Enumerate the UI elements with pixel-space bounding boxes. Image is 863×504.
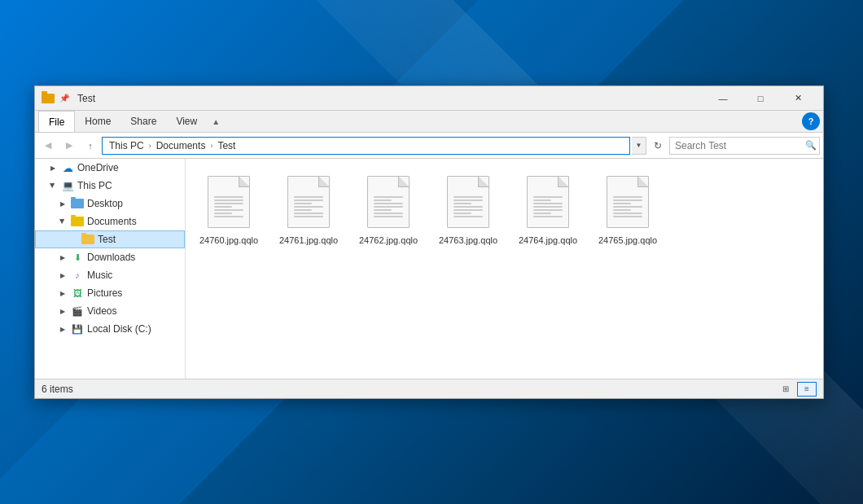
documents-folder-icon bbox=[71, 215, 84, 228]
music-icon: ♪ bbox=[71, 269, 84, 282]
doc-line bbox=[374, 203, 403, 204]
doc-line bbox=[453, 213, 471, 214]
pin-icon: 📌 bbox=[58, 92, 71, 105]
expand-arrow-onedrive: ▶ bbox=[48, 163, 58, 173]
sidebar-item-thispc[interactable]: ▶ 💻 This PC bbox=[35, 177, 185, 195]
doc-line bbox=[533, 203, 563, 204]
doc-line bbox=[374, 206, 403, 208]
doc-line bbox=[294, 199, 323, 201]
thispc-icon: 💻 bbox=[61, 179, 74, 192]
path-arrow-1: › bbox=[149, 142, 151, 150]
doc-line bbox=[613, 196, 642, 198]
ribbon-collapse-button[interactable]: ▲ bbox=[207, 112, 225, 130]
search-input[interactable] bbox=[670, 140, 802, 151]
sidebar-item-pictures[interactable]: ▶ 🖼 Pictures bbox=[35, 284, 185, 302]
sidebar-item-downloads[interactable]: ▶ ⬇ Downloads bbox=[35, 248, 185, 266]
sidebar-label-videos: Videos bbox=[87, 305, 116, 317]
back-button[interactable]: ◀ bbox=[38, 136, 58, 156]
doc-icon-2 bbox=[367, 176, 410, 228]
file-icon-1 bbox=[284, 173, 333, 231]
doc-line bbox=[453, 216, 483, 217]
doc-line bbox=[294, 216, 323, 217]
address-bar: ◀ ▶ ↑ This PC › Documents › Test ▼ ↻ 🔍 bbox=[35, 133, 823, 159]
file-icon-4 bbox=[523, 173, 572, 231]
view-buttons: ⊞ ≡ bbox=[776, 382, 817, 397]
file-item-4[interactable]: 24764.jpg.qqlo bbox=[511, 167, 585, 252]
file-name-1: 24761.jpg.qqlo bbox=[279, 234, 338, 246]
file-area: 24760.jpg.qqlo bbox=[186, 159, 823, 379]
sidebar-item-documents[interactable]: ▶ Documents bbox=[35, 213, 185, 230]
doc-lines-4 bbox=[533, 196, 563, 217]
file-item-3[interactable]: 24763.jpg.qqlo bbox=[432, 167, 505, 252]
sidebar-item-desktop[interactable]: ▶ Desktop bbox=[35, 195, 185, 213]
doc-line bbox=[214, 213, 232, 214]
file-name-5: 24765.jpg.qqlo bbox=[598, 234, 657, 246]
expand-arrow-localdisk: ▶ bbox=[58, 324, 68, 334]
file-item-0[interactable]: 24760.jpg.qqlo bbox=[192, 167, 265, 252]
doc-line bbox=[374, 209, 392, 211]
file-item-5[interactable]: 24765.jpg.qqlo bbox=[591, 167, 664, 252]
doc-icon-4 bbox=[527, 176, 569, 228]
address-path[interactable]: This PC › Documents › Test bbox=[102, 137, 630, 155]
path-test-label: Test bbox=[217, 140, 235, 151]
doc-line bbox=[613, 216, 642, 217]
list-view-button[interactable]: ≡ bbox=[797, 382, 817, 397]
window-title: Test bbox=[77, 93, 704, 104]
tab-file[interactable]: File bbox=[38, 111, 75, 132]
sidebar-label-onedrive: OneDrive bbox=[77, 162, 119, 173]
doc-line bbox=[533, 196, 563, 198]
maximize-button[interactable]: □ bbox=[742, 86, 779, 111]
doc-lines-0 bbox=[214, 196, 243, 217]
doc-line bbox=[214, 196, 243, 198]
doc-line bbox=[214, 216, 243, 217]
downloads-icon: ⬇ bbox=[71, 251, 84, 264]
doc-icon-3 bbox=[447, 176, 489, 228]
refresh-button[interactable]: ↻ bbox=[648, 136, 668, 156]
expand-arrow-thispc: ▶ bbox=[48, 181, 58, 191]
path-test[interactable]: Test bbox=[216, 140, 237, 151]
expand-arrow-videos: ▶ bbox=[58, 306, 68, 316]
sidebar-label-test: Test bbox=[98, 234, 116, 245]
doc-icon-5 bbox=[607, 176, 649, 228]
sidebar-item-localdisk[interactable]: ▶ 💾 Local Disk (C:) bbox=[35, 320, 185, 338]
doc-line bbox=[533, 213, 551, 214]
doc-line bbox=[214, 209, 243, 211]
sidebar-item-music[interactable]: ▶ ♪ Music bbox=[35, 266, 185, 284]
expand-arrow-pictures: ▶ bbox=[58, 288, 68, 298]
path-documents-label: Documents bbox=[156, 140, 206, 151]
sidebar-label-localdisk: Local Disk (C:) bbox=[87, 323, 151, 335]
sidebar-label-music: Music bbox=[87, 270, 112, 281]
tab-share[interactable]: Share bbox=[120, 111, 166, 132]
localdisk-icon: 💾 bbox=[71, 322, 84, 335]
up-button[interactable]: ↑ bbox=[81, 136, 100, 156]
address-dropdown-button[interactable]: ▼ bbox=[632, 137, 646, 155]
doc-line bbox=[214, 199, 243, 201]
tab-view[interactable]: View bbox=[166, 111, 207, 132]
file-icon-3 bbox=[444, 173, 493, 231]
doc-line bbox=[533, 199, 551, 201]
help-button[interactable]: ? bbox=[802, 112, 820, 130]
sidebar-label-documents: Documents bbox=[87, 216, 137, 227]
doc-line bbox=[374, 199, 392, 201]
sidebar-item-test[interactable]: ▶ Test bbox=[35, 230, 185, 248]
tab-home[interactable]: Home bbox=[75, 111, 120, 132]
sidebar-item-videos[interactable]: ▶ 🎬 Videos bbox=[35, 302, 185, 320]
test-folder-icon bbox=[81, 233, 94, 246]
path-thispc-label: This PC bbox=[109, 140, 144, 151]
doc-line bbox=[533, 216, 563, 217]
search-icon[interactable]: 🔍 bbox=[802, 137, 819, 155]
grid-view-button[interactable]: ⊞ bbox=[776, 382, 795, 397]
file-item-2[interactable]: 24762.jpg.qqlo bbox=[352, 167, 425, 252]
doc-line bbox=[533, 206, 563, 208]
forward-button[interactable]: ▶ bbox=[59, 136, 79, 156]
close-button[interactable]: ✕ bbox=[779, 86, 817, 111]
path-thispc[interactable]: This PC bbox=[107, 140, 146, 151]
minimize-button[interactable]: — bbox=[704, 86, 742, 111]
file-name-2: 24762.jpg.qqlo bbox=[359, 234, 418, 246]
doc-icon-1 bbox=[287, 176, 330, 228]
file-icon-0 bbox=[204, 173, 253, 231]
doc-line bbox=[294, 203, 312, 204]
path-documents[interactable]: Documents bbox=[155, 140, 208, 151]
sidebar-item-onedrive[interactable]: ▶ ☁ OneDrive bbox=[35, 159, 185, 177]
file-item-1[interactable]: 24761.jpg.qqlo bbox=[272, 167, 345, 252]
